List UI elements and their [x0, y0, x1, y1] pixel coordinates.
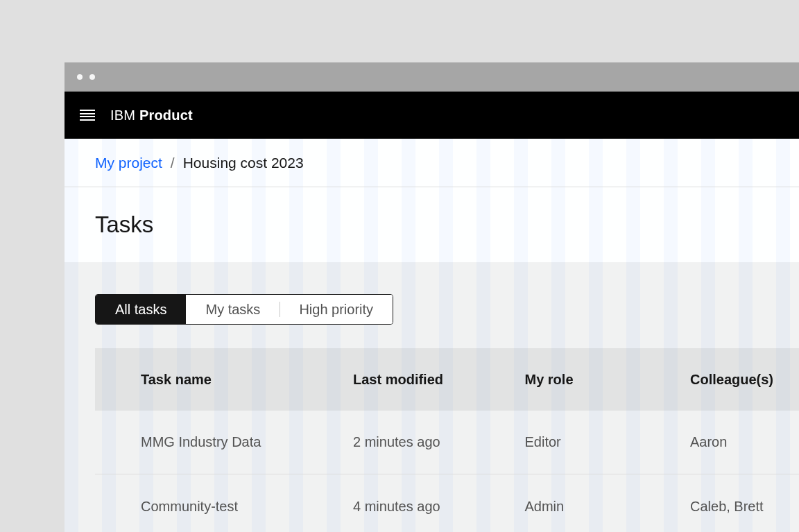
window-dot-icon[interactable]	[77, 74, 83, 80]
tab-my-tasks[interactable]: My tasks	[186, 295, 280, 324]
window-titlebar	[65, 62, 799, 92]
col-last-modified: Last modified	[353, 372, 525, 388]
table-row[interactable]: MMG Industry Data 2 minutes ago Editor A…	[95, 411, 799, 474]
cell-task-name: MMG Industry Data	[141, 434, 353, 450]
hamburger-menu-icon[interactable]	[80, 110, 95, 121]
table-row[interactable]: Community-test 4 minutes ago Admin Caleb…	[95, 474, 799, 532]
cell-colleagues: Caleb, Brett	[690, 499, 799, 515]
app-title: IBM Product	[110, 108, 193, 123]
cell-last-modified: 2 minutes ago	[353, 434, 525, 450]
breadcrumb: My project / Housing cost 2023	[65, 139, 799, 187]
cell-colleagues: Aaron	[690, 434, 799, 450]
brand-prefix: IBM	[110, 108, 139, 123]
page-heading-area: Tasks	[65, 187, 799, 262]
breadcrumb-link-project[interactable]: My project	[95, 155, 162, 171]
app-header: IBM Product	[65, 92, 799, 139]
cell-last-modified: 4 minutes ago	[353, 499, 525, 515]
cell-my-role: Editor	[525, 434, 691, 450]
tasks-table: Task name Last modified My role Colleagu…	[95, 348, 799, 532]
content-area: My project / Housing cost 2023 Tasks All…	[65, 139, 799, 532]
window-dot-icon[interactable]	[89, 74, 95, 80]
tab-all-tasks[interactable]: All tasks	[96, 295, 186, 324]
col-colleagues: Colleague(s)	[690, 372, 799, 388]
table-header: Task name Last modified My role Colleagu…	[95, 348, 799, 411]
cell-task-name: Community-test	[141, 499, 353, 515]
breadcrumb-separator: /	[166, 155, 179, 171]
col-my-role: My role	[525, 372, 691, 388]
tabs: All tasks My tasks High priority Task na…	[65, 262, 799, 532]
breadcrumb-current: Housing cost 2023	[183, 155, 304, 171]
segmented-control: All tasks My tasks High priority	[95, 294, 393, 325]
col-task-name: Task name	[141, 372, 353, 388]
cell-my-role: Admin	[525, 499, 691, 515]
app-window: IBM Product My project / Housing cost 20…	[65, 62, 799, 532]
page-title: Tasks	[95, 212, 153, 238]
brand-name: Product	[139, 108, 193, 123]
tab-high-priority[interactable]: High priority	[280, 295, 393, 324]
